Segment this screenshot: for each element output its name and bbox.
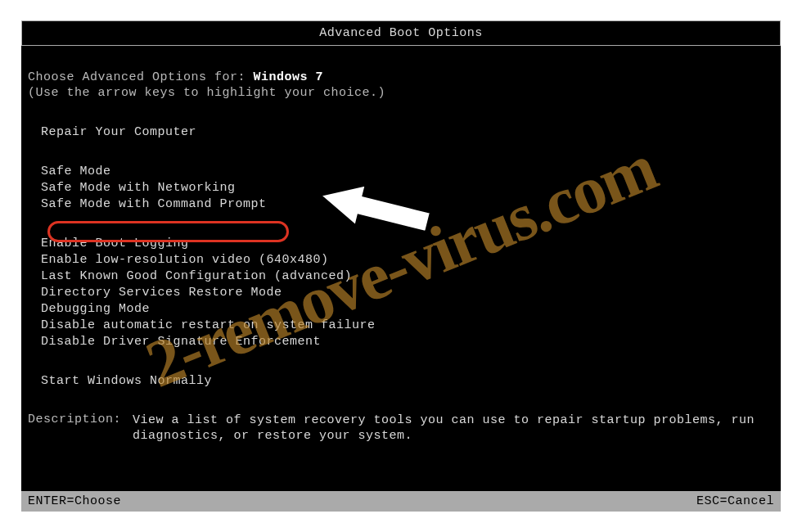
boot-options-screen: Advanced Boot Options Choose Advanced Op… [21, 20, 781, 512]
menu-item-boot-logging[interactable]: Enable Boot Logging [41, 236, 774, 252]
choose-line: Choose Advanced Options for: Windows 7 [28, 70, 774, 84]
menu-item-disable-auto-restart[interactable]: Disable automatic restart on system fail… [41, 318, 774, 334]
menu-item-start-normally[interactable]: Start Windows Normally [41, 373, 774, 390]
footer-enter: ENTER=Choose [28, 494, 121, 508]
footer-bar: ENTER=Choose ESC=Cancel [21, 491, 781, 512]
menu-item-debugging[interactable]: Debugging Mode [41, 301, 774, 318]
menu-item-safe-mode-command-prompt[interactable]: Safe Mode with Command Prompt [41, 196, 774, 213]
menu-item-last-known-good[interactable]: Last Known Good Configuration (advanced) [41, 268, 774, 285]
menu-item-repair-computer[interactable]: Repair Your Computer [41, 124, 774, 141]
title-bar: Advanced Boot Options [21, 20, 781, 46]
arrow-keys-hint: (Use the arrow keys to highlight your ch… [28, 86, 774, 100]
menu-group-repair: Repair Your Computer [41, 124, 774, 141]
menu-group-normal: Start Windows Normally [41, 373, 774, 390]
description-label: Description: [28, 413, 133, 444]
description-text: View a list of system recovery tools you… [133, 413, 774, 444]
content-area: Choose Advanced Options for: Windows 7 (… [21, 70, 781, 444]
menu-group-safe-mode: Safe Mode Safe Mode with Networking Safe… [41, 164, 774, 213]
menu-item-disable-driver-sig[interactable]: Disable Driver Signature Enforcement [41, 334, 774, 350]
menu-item-safe-mode[interactable]: Safe Mode [41, 164, 774, 180]
footer-esc: ESC=Cancel [696, 494, 774, 508]
menu-item-safe-mode-networking[interactable]: Safe Mode with Networking [41, 180, 774, 196]
screen-title: Advanced Boot Options [319, 26, 483, 40]
menu-item-directory-services[interactable]: Directory Services Restore Mode [41, 285, 774, 301]
menu-item-low-res-video[interactable]: Enable low-resolution video (640x480) [41, 252, 774, 268]
choose-prefix: Choose Advanced Options for: [28, 70, 254, 84]
menu-group-advanced: Enable Boot Logging Enable low-resolutio… [41, 236, 774, 350]
os-name: Windows 7 [254, 70, 324, 84]
description-block: Description: View a list of system recov… [28, 413, 774, 444]
